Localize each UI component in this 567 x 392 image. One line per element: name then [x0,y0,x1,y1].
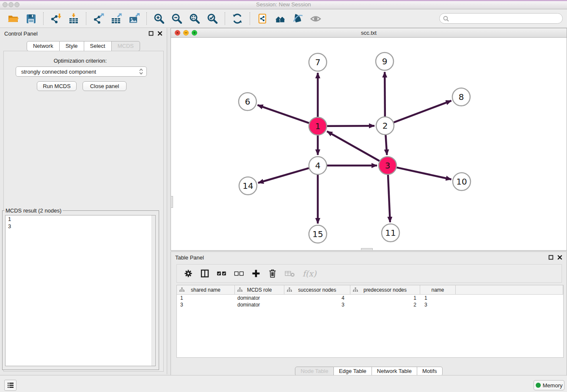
window-zoom-button[interactable] [14,2,19,7]
graph-node-3[interactable]: 3 [379,157,396,174]
create-column-icon[interactable] [251,269,261,278]
graph-node-10[interactable]: 10 [453,173,471,190]
import-network-icon[interactable] [50,12,62,25]
graph-node-9[interactable]: 9 [376,52,394,70]
column-header-mcds-role[interactable]: MCDS role [235,285,284,294]
splitter-grip-horizontal[interactable] [361,248,373,251]
show-hide-icon[interactable] [309,12,322,25]
column-type-icon [287,287,292,292]
optimization-select-value: strongly connected component [21,69,96,75]
toggle-graphics-details-icon[interactable] [292,12,304,25]
graph-node-8[interactable]: 8 [452,88,470,106]
graph-node-4[interactable]: 4 [309,157,327,174]
save-session-icon[interactable] [25,12,37,25]
memory-status-icon [536,383,541,388]
mcds-result-item[interactable]: 3 [6,223,155,230]
column-settings-gear-icon[interactable] [184,269,193,278]
export-table-icon[interactable] [110,12,123,25]
graph-edge-3-11[interactable] [388,175,390,222]
deselect-all-icon[interactable] [234,269,244,278]
network-minimize-icon[interactable] [183,30,189,36]
tab-style[interactable]: Style [60,41,84,51]
graph-edge-3-10[interactable] [396,168,451,179]
search-input[interactable] [451,15,559,22]
memory-button[interactable]: Memory [534,380,564,390]
table-row[interactable]: 1 dominator 4 1 1 [177,295,563,301]
graph-node-6[interactable]: 6 [239,93,256,110]
splitter-grip-vertical[interactable] [171,196,173,208]
svg-text:7: 7 [315,57,321,67]
select-all-icon[interactable] [217,269,227,278]
result-scrollbar[interactable] [151,215,155,366]
window-close-button[interactable] [3,2,8,7]
graph-edge-3-1[interactable] [327,131,380,161]
tab-select[interactable]: Select [84,41,112,51]
toolbar-separator [43,12,44,25]
optimization-select[interactable]: strongly connected component [16,66,147,77]
column-header-successor-nodes[interactable]: successor nodes [284,285,350,294]
table-toolbar: f(x) [176,264,562,283]
show-columns-icon[interactable] [200,269,209,278]
apply-layout-icon[interactable] [231,12,244,25]
export-image-icon[interactable] [128,12,140,25]
table-row[interactable]: 3 dominator 3 2 3 [177,301,563,308]
export-network-icon[interactable] [92,12,105,25]
mcds-result-item[interactable]: 1 [6,215,155,223]
column-header-predecessor-nodes[interactable]: predecessor nodes [350,285,420,294]
column-header-name[interactable]: name [420,285,456,294]
import-table-icon[interactable] [67,12,80,25]
run-mcds-button[interactable]: Run MCDS [37,81,77,91]
column-header-filler [456,285,563,294]
tab-network-table[interactable]: Network Table [372,367,417,376]
close-panel-icon[interactable] [557,255,562,260]
svg-text:3: 3 [385,160,391,171]
zoom-fit-icon[interactable] [188,12,201,25]
close-panel-icon[interactable] [157,31,162,36]
svg-text:2: 2 [383,121,388,131]
close-panel-button[interactable]: Close panel [83,81,127,91]
graph-edge-2-9[interactable] [385,72,385,116]
window-minimize-button[interactable] [8,2,14,7]
tab-edge-table[interactable]: Edge Table [334,367,372,376]
zoom-in-icon[interactable] [153,12,165,25]
svg-text:8: 8 [459,92,464,102]
window-title: Session: New Session [0,0,567,9]
network-window-titlebar[interactable]: scc.txt [171,28,567,38]
column-header-shared-name[interactable]: shared name [177,285,235,294]
graph-node-1[interactable]: 1 [309,117,327,135]
clone-network-icon[interactable] [256,12,269,25]
svg-text:1: 1 [315,121,321,131]
toolbar-separator [146,12,147,25]
tab-motifs[interactable]: Motifs [417,367,443,376]
graph-node-2[interactable]: 2 [376,117,394,135]
graph-edge-2-8[interactable] [394,101,451,122]
graph-edge-1-2[interactable] [327,126,374,126]
zoom-out-icon[interactable] [171,12,183,25]
svg-text:11: 11 [385,228,396,238]
svg-text:10: 10 [456,177,467,187]
table-panel-title: Table Panel [175,254,204,261]
tab-mcds[interactable]: MCDS [112,41,140,51]
tab-node-table[interactable]: Node Table [295,367,334,376]
float-panel-icon[interactable] [548,255,553,260]
toolbar-separator [250,12,250,25]
task-history-button[interactable] [4,380,17,391]
graph-edge-4-14[interactable] [258,168,309,183]
network-graph[interactable]: 1234678910111415 [171,38,567,250]
graph-edge-1-6[interactable] [258,105,309,123]
graph-node-14[interactable]: 14 [239,177,257,195]
home-networks-icon[interactable] [274,12,286,25]
float-panel-icon[interactable] [149,31,154,36]
network-maximize-icon[interactable] [192,30,197,36]
zoom-selected-icon[interactable] [206,12,219,25]
delete-column-icon[interactable] [268,269,277,278]
graph-edge-2-3[interactable] [385,135,387,155]
open-session-icon[interactable] [7,12,19,25]
graph-node-11[interactable]: 11 [382,224,399,242]
graph-node-15[interactable]: 15 [309,225,327,243]
mcds-result-list[interactable]: 1 3 [5,215,156,366]
search-box[interactable] [439,13,563,24]
network-close-icon[interactable] [175,30,180,36]
graph-node-7[interactable]: 7 [309,53,327,71]
tab-network[interactable]: Network [27,41,60,51]
